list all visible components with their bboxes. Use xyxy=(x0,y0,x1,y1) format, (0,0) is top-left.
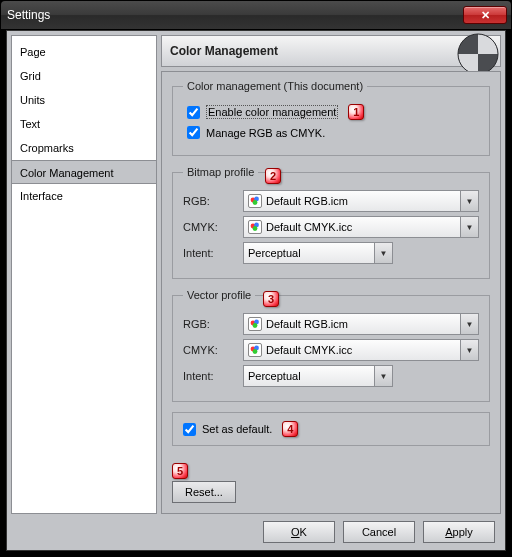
bitmap-intent-value: Perceptual xyxy=(248,247,301,259)
color-wheel-icon xyxy=(456,32,500,76)
sidebar-item-label: Interface xyxy=(20,190,63,202)
profile-icon xyxy=(248,194,262,208)
vector-rgb-combo[interactable]: Default RGB.icm ▼ xyxy=(243,313,479,335)
bitmap-rgb-value: Default RGB.icm xyxy=(266,195,348,207)
reset-button-label: Reset... xyxy=(185,486,223,498)
chevron-down-icon: ▼ xyxy=(460,217,478,237)
bitmap-intent-label: Intent: xyxy=(183,247,237,259)
footer: OK Cancel Apply xyxy=(7,514,505,550)
group-color-management-doc: Color management (This document) Enable … xyxy=(172,80,490,156)
set-default-box: Set as default. 4 xyxy=(172,412,490,446)
titlebar: Settings ✕ xyxy=(1,1,511,29)
bitmap-intent-row: Intent: Perceptual ▼ xyxy=(183,242,479,264)
vector-cmyk-value: Default CMYK.icc xyxy=(266,344,352,356)
callout-1: 1 xyxy=(348,104,364,120)
set-default-row: Set as default. 4 xyxy=(183,421,479,437)
body: Page Grid Units Text Cropmarks Color Man… xyxy=(7,31,505,514)
vector-intent-combo[interactable]: Perceptual ▼ xyxy=(243,365,393,387)
cancel-label: Cancel xyxy=(362,526,396,538)
bitmap-rgb-combo[interactable]: Default RGB.icm ▼ xyxy=(243,190,479,212)
group-legend-text: Bitmap profile xyxy=(187,166,254,178)
group-legend: Vector profile xyxy=(183,289,255,301)
sidebar-item-text[interactable]: Text xyxy=(12,112,156,136)
bitmap-cmyk-label: CMYK: xyxy=(183,221,237,233)
chevron-down-icon: ▼ xyxy=(460,340,478,360)
chevron-down-icon: ▼ xyxy=(460,191,478,211)
manage-rgb-as-cmyk-label: Manage RGB as CMYK. xyxy=(206,127,325,139)
group-legend: Color management (This document) xyxy=(183,80,367,92)
svg-point-7 xyxy=(253,226,258,231)
panel-body: Color management (This document) Enable … xyxy=(161,71,501,514)
callout-2: 2 xyxy=(265,168,281,184)
enable-color-management-checkbox[interactable] xyxy=(187,106,200,119)
close-button[interactable]: ✕ xyxy=(463,6,507,24)
sidebar-item-label: Grid xyxy=(20,70,41,82)
reset-button[interactable]: Reset... xyxy=(172,481,236,503)
sidebar-item-interface[interactable]: Interface xyxy=(12,184,156,208)
enable-color-management-label: Enable color management xyxy=(206,105,338,119)
bitmap-cmyk-value: Default CMYK.icc xyxy=(266,221,352,233)
vector-cmyk-label: CMYK: xyxy=(183,344,237,356)
bitmap-intent-combo[interactable]: Perceptual ▼ xyxy=(243,242,393,264)
chevron-down-icon: ▼ xyxy=(460,314,478,334)
client-area: Page Grid Units Text Cropmarks Color Man… xyxy=(6,30,506,551)
apply-label: Apply xyxy=(445,526,473,538)
sidebar-item-label: Color Management xyxy=(20,167,114,179)
profile-icon xyxy=(248,220,262,234)
sidebar-item-grid[interactable]: Grid xyxy=(12,64,156,88)
sidebar-item-units[interactable]: Units xyxy=(12,88,156,112)
bitmap-rgb-label: RGB: xyxy=(183,195,237,207)
sidebar-item-label: Text xyxy=(20,118,40,130)
window-title: Settings xyxy=(7,8,50,22)
vector-cmyk-row: CMYK: Default CMYK.icc ▼ xyxy=(183,339,479,361)
sidebar-item-label: Cropmarks xyxy=(20,142,74,154)
chevron-down-icon: ▼ xyxy=(374,366,392,386)
main: Color Management Color management (This … xyxy=(161,35,501,514)
profile-icon xyxy=(248,343,262,357)
panel-header: Color Management xyxy=(161,35,501,67)
sidebar-item-label: Page xyxy=(20,46,46,58)
bitmap-rgb-row: RGB: Default RGB.icm ▼ xyxy=(183,190,479,212)
group-vector-profile: Vector profile 3 RGB: Default RGB.icm ▼ xyxy=(172,289,490,402)
sidebar-item-label: Units xyxy=(20,94,45,106)
set-default-label: Set as default. xyxy=(202,423,272,435)
vector-intent-row: Intent: Perceptual ▼ xyxy=(183,365,479,387)
panel-title: Color Management xyxy=(170,44,278,58)
bitmap-cmyk-row: CMYK: Default CMYK.icc ▼ xyxy=(183,216,479,238)
ok-label: OK xyxy=(291,526,307,538)
vector-intent-label: Intent: xyxy=(183,370,237,382)
sidebar-item-page[interactable]: Page xyxy=(12,40,156,64)
apply-button[interactable]: Apply xyxy=(423,521,495,543)
cancel-button[interactable]: Cancel xyxy=(343,521,415,543)
callout-3: 3 xyxy=(263,291,279,307)
set-default-checkbox[interactable] xyxy=(183,423,196,436)
vector-intent-value: Perceptual xyxy=(248,370,301,382)
callout-4: 4 xyxy=(282,421,298,437)
svg-point-4 xyxy=(253,200,258,205)
bitmap-cmyk-combo[interactable]: Default CMYK.icc ▼ xyxy=(243,216,479,238)
enable-color-management-row: Enable color management 1 xyxy=(187,104,479,120)
vector-rgb-value: Default RGB.icm xyxy=(266,318,348,330)
group-legend-text: Vector profile xyxy=(187,289,251,301)
chevron-down-icon: ▼ xyxy=(374,243,392,263)
settings-window: Settings ✕ Page Grid Units Text Cropmark… xyxy=(0,0,512,557)
vector-rgb-row: RGB: Default RGB.icm ▼ xyxy=(183,313,479,335)
sidebar-item-color-management[interactable]: Color Management xyxy=(12,160,156,184)
manage-rgb-as-cmyk-row: Manage RGB as CMYK. xyxy=(187,126,479,139)
sidebar-item-cropmarks[interactable]: Cropmarks xyxy=(12,136,156,160)
profile-icon xyxy=(248,317,262,331)
close-icon: ✕ xyxy=(481,9,490,22)
callout-5b: 5 xyxy=(172,463,188,479)
vector-rgb-label: RGB: xyxy=(183,318,237,330)
vector-cmyk-combo[interactable]: Default CMYK.icc ▼ xyxy=(243,339,479,361)
ok-button[interactable]: OK xyxy=(263,521,335,543)
sidebar: Page Grid Units Text Cropmarks Color Man… xyxy=(11,35,157,514)
svg-point-13 xyxy=(253,349,258,354)
group-bitmap-profile: Bitmap profile 2 RGB: Default RGB.icm ▼ xyxy=(172,166,490,279)
group-legend: Bitmap profile xyxy=(183,166,258,178)
manage-rgb-as-cmyk-checkbox[interactable] xyxy=(187,126,200,139)
svg-point-10 xyxy=(253,323,258,328)
